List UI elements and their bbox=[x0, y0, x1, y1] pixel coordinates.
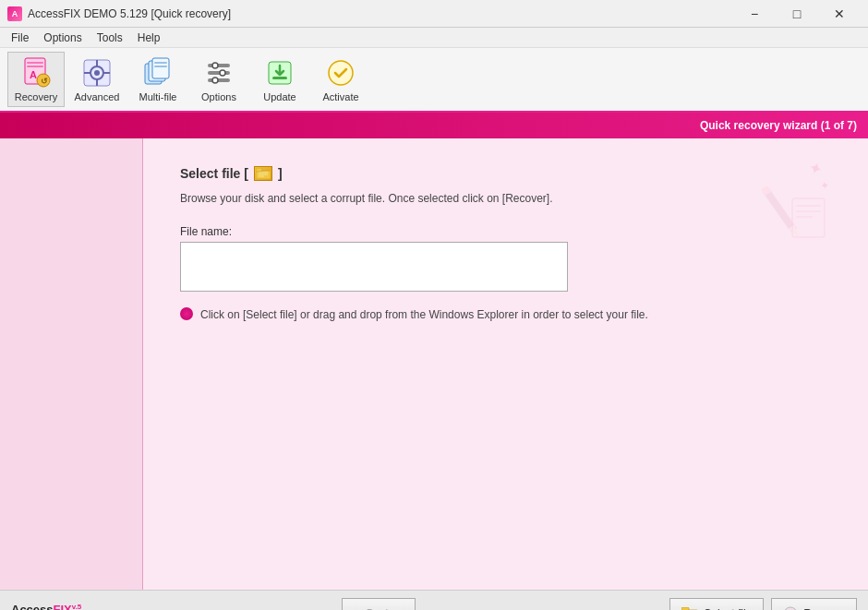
app-icon: A bbox=[7, 6, 22, 21]
svg-text:A: A bbox=[30, 69, 37, 80]
update-icon bbox=[263, 56, 296, 90]
svg-rect-18 bbox=[208, 64, 230, 67]
toolbar-multifile-button[interactable]: Multi-file bbox=[129, 52, 187, 107]
app-logo-area: AccessFIXv.5 CIMWARE SOFTWARE bbox=[11, 604, 88, 610]
svg-rect-37 bbox=[256, 168, 262, 172]
title-bar: A AccessFIX DEMO 5.129 [Quick recovery] … bbox=[0, 0, 868, 28]
toolbar-recovery-button[interactable]: A ↺ Recovery bbox=[7, 52, 65, 107]
content-area: ✦ ✦ Select file [ bbox=[143, 138, 868, 590]
bottom-right-buttons: Select file Recover bbox=[669, 598, 857, 611]
filename-input[interactable] bbox=[180, 242, 568, 292]
toolbar-options-label: Options bbox=[201, 91, 236, 102]
svg-rect-20 bbox=[208, 78, 230, 82]
main-area: ✦ ✦ Select file [ bbox=[0, 138, 868, 590]
hint-icon bbox=[180, 307, 193, 320]
svg-rect-19 bbox=[208, 71, 230, 75]
window-controls: − □ ✕ bbox=[733, 0, 861, 28]
menu-bar: File Options Tools Help bbox=[0, 28, 868, 48]
svg-rect-2 bbox=[27, 66, 43, 67]
window-title: AccessFIX DEMO 5.129 [Quick recovery] bbox=[28, 7, 231, 20]
svg-rect-25 bbox=[272, 77, 287, 79]
filename-label: File name: bbox=[180, 225, 831, 238]
toolbar-update-button[interactable]: Update bbox=[251, 52, 308, 107]
select-file-icon bbox=[681, 607, 698, 611]
recover-btn-label: Recover bbox=[803, 607, 845, 611]
advanced-icon bbox=[80, 56, 114, 90]
menu-tools[interactable]: Tools bbox=[90, 28, 130, 48]
toolbar-options-button[interactable]: Options bbox=[190, 52, 247, 107]
toolbar-multifile-label: Multi-file bbox=[139, 91, 177, 102]
wizard-title: Quick recovery wizard (1 of 7) bbox=[700, 119, 857, 132]
svg-point-21 bbox=[212, 63, 218, 68]
svg-text:✦: ✦ bbox=[819, 178, 830, 193]
recover-icon bbox=[783, 606, 798, 611]
svg-rect-33 bbox=[796, 205, 821, 207]
close-button[interactable]: ✕ bbox=[818, 0, 861, 28]
select-file-btn-label: Select file bbox=[704, 607, 752, 611]
activate-icon bbox=[324, 56, 357, 90]
svg-rect-15 bbox=[152, 58, 169, 78]
select-file-title: Select file [ ] bbox=[180, 166, 831, 181]
wizard-header: Quick recovery wizard (1 of 7) bbox=[0, 113, 868, 138]
svg-rect-1 bbox=[27, 62, 43, 64]
app-logo: AccessFIXv.5 CIMWARE SOFTWARE bbox=[11, 604, 88, 610]
options-icon bbox=[202, 56, 235, 90]
maximize-button[interactable]: □ bbox=[776, 0, 818, 28]
select-file-label-text: Select file [ bbox=[180, 166, 248, 181]
toolbar-recovery-label: Recovery bbox=[15, 91, 57, 102]
svg-text:✦: ✦ bbox=[806, 158, 826, 180]
toolbar: A ↺ Recovery Advanced bbox=[0, 48, 868, 113]
minimize-button[interactable]: − bbox=[733, 0, 776, 28]
bottom-bar: AccessFIXv.5 CIMWARE SOFTWARE Back Selec… bbox=[0, 590, 868, 610]
toolbar-advanced-button[interactable]: Advanced bbox=[68, 52, 126, 107]
logo-access: Access bbox=[11, 604, 54, 610]
logo-version: v.5 bbox=[72, 603, 82, 610]
menu-options[interactable]: Options bbox=[36, 28, 89, 48]
logo-fix: FIX bbox=[54, 604, 72, 610]
title-bar-left: A AccessFIX DEMO 5.129 [Quick recovery] bbox=[7, 6, 231, 21]
svg-rect-36 bbox=[256, 171, 271, 179]
toolbar-update-label: Update bbox=[263, 91, 295, 102]
back-button[interactable]: Back bbox=[342, 598, 416, 611]
toolbar-advanced-label: Advanced bbox=[75, 91, 120, 102]
svg-point-23 bbox=[212, 78, 218, 83]
svg-text:↺: ↺ bbox=[41, 77, 48, 86]
svg-rect-35 bbox=[796, 216, 813, 218]
svg-point-45 bbox=[784, 607, 797, 611]
browse-icon bbox=[254, 166, 272, 181]
svg-rect-17 bbox=[154, 66, 167, 67]
multifile-icon bbox=[141, 56, 175, 90]
svg-rect-34 bbox=[796, 210, 821, 212]
menu-file[interactable]: File bbox=[4, 28, 36, 48]
hint-text: Click on [Select file] or drag and drop … bbox=[200, 306, 648, 323]
left-panel bbox=[0, 138, 143, 590]
select-file-bracket: ] bbox=[278, 166, 283, 181]
toolbar-activate-label: Activate bbox=[322, 91, 358, 102]
description-text: Browse your disk and select a corrupt fi… bbox=[180, 190, 831, 207]
svg-point-22 bbox=[220, 70, 225, 76]
recovery-icon: A ↺ bbox=[19, 56, 53, 90]
watermark-decoration: ✦ ✦ bbox=[757, 157, 840, 261]
svg-point-12 bbox=[94, 70, 100, 76]
svg-rect-42 bbox=[681, 607, 689, 611]
svg-rect-16 bbox=[154, 62, 167, 64]
select-file-button[interactable]: Select file bbox=[669, 598, 764, 611]
svg-point-26 bbox=[329, 61, 353, 85]
toolbar-activate-button[interactable]: Activate bbox=[312, 52, 369, 107]
recover-button[interactable]: Recover bbox=[771, 598, 857, 611]
menu-help[interactable]: Help bbox=[130, 28, 168, 48]
hint-area: Click on [Select file] or drag and drop … bbox=[180, 306, 831, 323]
